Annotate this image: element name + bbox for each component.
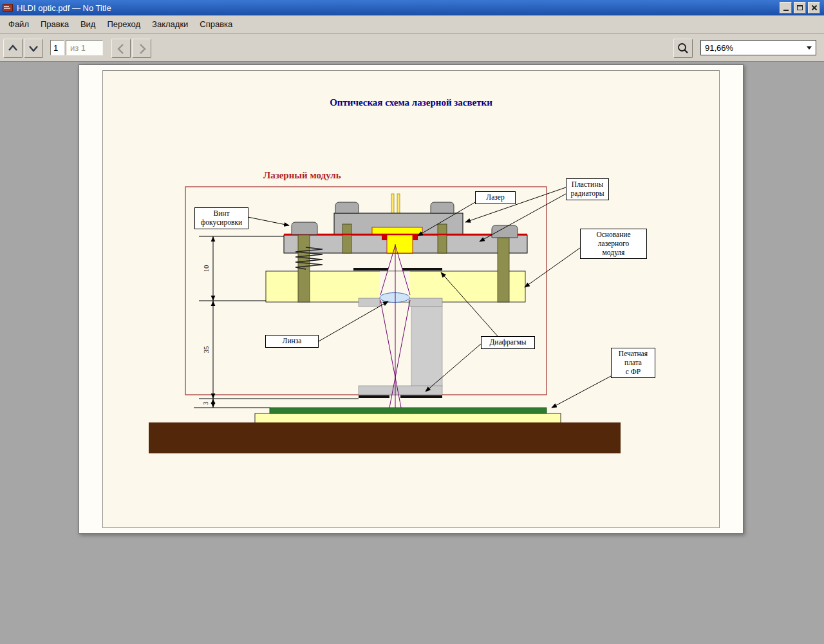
menu-edit[interactable]: Правка [35, 16, 75, 32]
document-title: Оптическая схема лазерной засветки [102, 97, 720, 108]
menubar: Файл Правка Вид Переход Закладки Справка [0, 15, 824, 33]
base-board [149, 422, 621, 453]
magnifier-icon [677, 42, 689, 55]
minimize-button[interactable] [780, 2, 792, 14]
application-window: HLDI optic.pdf — No Title Файл Правка Ви… [0, 0, 824, 644]
dim-3: 3 [201, 401, 209, 405]
label-focus-screw: Винт фокусировки [194, 207, 248, 229]
zoom-select[interactable]: 91,66% [700, 40, 816, 55]
pcb-board [255, 408, 561, 424]
document-view[interactable]: 10 35 3 [0, 62, 824, 644]
history-forward-button[interactable] [132, 39, 151, 58]
history-back-button[interactable] [111, 39, 131, 58]
dim-35: 35 [202, 346, 210, 354]
page-count-label: из 1 [66, 40, 103, 55]
chevron-right-icon [133, 40, 150, 57]
lens [380, 293, 409, 303]
prev-page-button[interactable] [3, 39, 23, 58]
close-icon [811, 5, 818, 11]
next-page-button[interactable] [24, 39, 43, 58]
find-button[interactable] [673, 39, 693, 58]
toolbar: из 1 91,66% [0, 33, 824, 62]
maximize-button[interactable] [794, 2, 806, 14]
laser-module-label: Лазерный модуль [263, 170, 341, 181]
label-module-base: Основание лазерного модуля [580, 229, 647, 259]
close-button[interactable] [808, 2, 820, 14]
label-pcb: Печатная плата с ФР [611, 348, 655, 378]
minimize-icon [783, 10, 789, 11]
chevron-down-icon [25, 40, 42, 57]
menu-view[interactable]: Вид [75, 16, 102, 32]
lens-housing [359, 298, 442, 395]
chevron-up-icon [5, 40, 21, 57]
titlebar: HLDI optic.pdf — No Title [0, 0, 824, 15]
diagram: 10 35 3 [79, 65, 744, 535]
menu-help[interactable]: Справка [194, 16, 238, 32]
laser-body [382, 234, 418, 253]
menu-bookmarks[interactable]: Закладки [146, 16, 194, 32]
dim-10: 10 [202, 265, 210, 272]
maximize-icon [797, 5, 803, 10]
label-lens: Линза [265, 335, 319, 348]
label-diaphragms: Диафрагмы [481, 336, 535, 349]
window-title: HLDI optic.pdf — No Title [17, 3, 111, 13]
pdf-page: 10 35 3 [79, 64, 744, 534]
label-laser: Лазер [475, 191, 516, 204]
menu-file[interactable]: Файл [3, 16, 35, 32]
menu-go[interactable]: Переход [101, 16, 146, 32]
dropdown-arrow-icon [807, 46, 812, 50]
zoom-value: 91,66% [705, 43, 733, 53]
chevron-left-icon [113, 40, 129, 57]
laser-leads [391, 194, 400, 214]
page-number-input[interactable] [50, 40, 64, 55]
window-controls [780, 2, 820, 14]
app-icon [3, 3, 13, 12]
label-radiator-plates: Пластины радиаторы [566, 178, 609, 200]
dimension-lines: 10 35 3 [194, 236, 359, 408]
